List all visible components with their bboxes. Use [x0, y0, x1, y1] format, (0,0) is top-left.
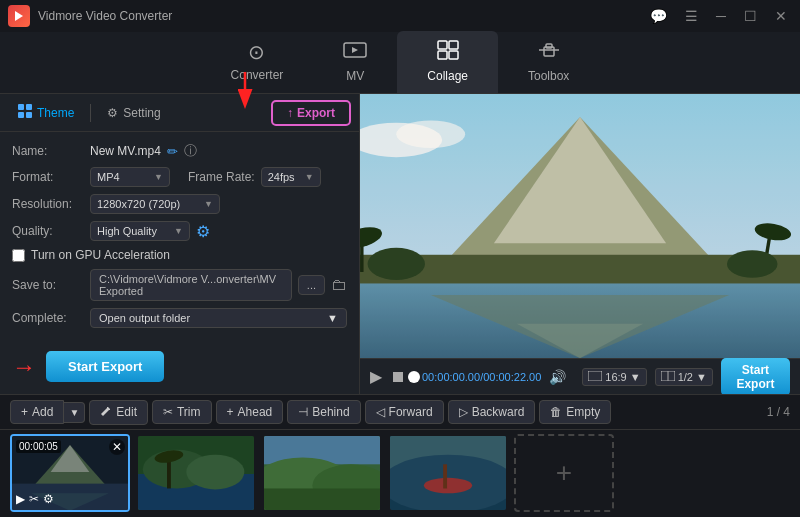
complete-select[interactable]: Open output folder ▼: [90, 308, 347, 328]
converter-icon: ⊙: [248, 40, 265, 64]
top-nav: ⊙ Converter MV Collage: [0, 32, 800, 94]
subnav-theme[interactable]: Theme: [8, 100, 84, 125]
save-folder-icon[interactable]: 🗀: [331, 276, 347, 294]
start-export-button[interactable]: Start Export: [46, 351, 164, 382]
thumbnail-4[interactable]: [388, 434, 508, 512]
player-controls: ▶ ⏹ 00:00:00.00/00:00:22.00 🔊: [360, 358, 800, 394]
name-value: New MV.mp4: [90, 144, 161, 158]
svg-rect-13: [26, 112, 32, 118]
tab-converter-label: Converter: [231, 68, 284, 82]
thumb-1-settings[interactable]: ⚙: [43, 492, 54, 506]
ratio-select[interactable]: 16:9 ▼: [582, 368, 646, 386]
resolution-label: Resolution:: [12, 197, 84, 211]
forward-button[interactable]: ◁ Forward: [365, 400, 444, 424]
complete-label: Complete:: [12, 311, 84, 325]
toolbox-icon: [538, 40, 560, 65]
save-label: Save to:: [12, 278, 84, 292]
export-button[interactable]: ↑ Export: [271, 100, 351, 126]
forward-label: Forward: [389, 405, 433, 419]
frame-rate-value: 24fps: [268, 171, 295, 183]
thumbnail-1[interactable]: 00:00:05 ✕ ▶ ✂ ⚙: [10, 434, 130, 512]
preview-area: [360, 94, 800, 358]
tab-toolbox[interactable]: Toolbox: [498, 31, 599, 93]
tab-collage[interactable]: Collage: [397, 31, 498, 93]
progress-thumb[interactable]: [408, 371, 420, 383]
right-panel: ▶ ⏹ 00:00:00.00/00:00:22.00 🔊: [360, 94, 800, 394]
svg-rect-30: [588, 371, 602, 381]
start-export-area: → Start Export: [0, 341, 359, 394]
tab-converter[interactable]: ⊙ Converter: [201, 31, 314, 93]
add-button[interactable]: + Add: [10, 400, 64, 424]
ratio-value: 16:9: [605, 371, 626, 383]
title-bar: Vidmore Video Converter 💬 ☰ ─ ☐ ✕: [0, 0, 800, 32]
empty-icon: 🗑: [550, 405, 562, 419]
framerate-arrow-icon: ▼: [305, 172, 314, 182]
backward-icon: ▷: [459, 405, 468, 419]
split-arrow: ▼: [696, 371, 707, 383]
volume-icon[interactable]: 🔊: [549, 369, 566, 385]
play-button[interactable]: ▶: [370, 367, 382, 386]
thumb-1-play[interactable]: ▶: [16, 492, 25, 506]
maximize-btn[interactable]: ☐: [739, 6, 762, 26]
format-value: MP4: [97, 171, 120, 183]
chat-icon[interactable]: 💬: [645, 6, 672, 26]
resolution-arrow-icon: ▼: [204, 199, 213, 209]
mv-icon: [343, 40, 367, 65]
thumb-1-cut[interactable]: ✂: [29, 492, 39, 506]
svg-rect-5: [438, 51, 447, 59]
thumbnail-strip: 00:00:05 ✕ ▶ ✂ ⚙: [0, 429, 800, 517]
add-thumbnail-button[interactable]: +: [514, 434, 614, 512]
window-controls: 💬 ☰ ─ ☐ ✕: [645, 6, 792, 26]
behind-button[interactable]: ⊣ Behind: [287, 400, 360, 424]
add-label: Add: [32, 405, 53, 419]
add-tool-group: + Add ▼: [10, 400, 85, 424]
quality-arrow-icon: ▼: [174, 226, 183, 236]
resolution-select[interactable]: 1280x720 (720p) ▼: [90, 194, 220, 214]
thumb-1-controls: ▶ ✂ ⚙: [16, 492, 54, 506]
tab-collage-label: Collage: [427, 69, 468, 83]
ratio-arrow: ▼: [630, 371, 641, 383]
svg-rect-12: [18, 112, 24, 118]
empty-button[interactable]: 🗑 Empty: [539, 400, 611, 424]
complete-row: Complete: Open output folder ▼: [12, 308, 347, 328]
edit-button[interactable]: Edit: [89, 400, 148, 425]
ahead-button[interactable]: + Ahead: [216, 400, 284, 424]
frame-rate-select[interactable]: 24fps ▼: [261, 167, 321, 187]
subnav-theme-label: Theme: [37, 106, 74, 120]
name-edit-icon[interactable]: ✏: [167, 144, 178, 159]
save-path-display: C:\Vidmore\Vidmore V...onverter\MV Expor…: [90, 269, 292, 301]
quality-gear-icon[interactable]: ⚙: [196, 222, 210, 241]
tab-mv-label: MV: [346, 69, 364, 83]
menu-icon[interactable]: ☰: [680, 6, 703, 26]
thumbnail-2[interactable]: [136, 434, 256, 512]
time-display: 00:00:00.00/00:00:22.00: [422, 371, 541, 383]
trim-button[interactable]: ✂ Trim: [152, 400, 212, 424]
tab-toolbox-label: Toolbox: [528, 69, 569, 83]
format-select[interactable]: MP4 ▼: [90, 167, 170, 187]
name-info-icon[interactable]: ⓘ: [184, 142, 197, 160]
stop-button[interactable]: ⏹: [390, 368, 406, 386]
backward-button[interactable]: ▷ Backward: [448, 400, 536, 424]
collage-icon: [437, 40, 459, 65]
setting-gear-icon: ⚙: [107, 106, 118, 120]
export-label: Export: [297, 106, 335, 120]
resolution-row: Resolution: 1280x720 (720p) ▼: [12, 194, 347, 214]
complete-value: Open output folder: [99, 312, 190, 324]
svg-rect-11: [26, 104, 32, 110]
split-icon: [661, 371, 675, 383]
split-select[interactable]: 1/2 ▼: [655, 368, 713, 386]
close-btn[interactable]: ✕: [770, 6, 792, 26]
settings-form: Name: New MV.mp4 ✏ ⓘ Format: MP4 ▼ Frame…: [0, 132, 359, 341]
subnav-setting[interactable]: ⚙ Setting: [97, 102, 170, 124]
save-browse-btn[interactable]: ...: [298, 275, 325, 295]
thumbnail-3[interactable]: [262, 434, 382, 512]
gpu-checkbox[interactable]: [12, 249, 25, 262]
quality-select[interactable]: High Quality ▼: [90, 221, 190, 241]
add-dropdown-btn[interactable]: ▼: [64, 402, 85, 423]
tab-mv[interactable]: MV: [313, 31, 397, 93]
minimize-btn[interactable]: ─: [711, 6, 731, 26]
start-export-right-button[interactable]: Start Export: [721, 358, 790, 396]
behind-label: Behind: [312, 405, 349, 419]
app-logo: [8, 5, 30, 27]
trim-label: Trim: [177, 405, 201, 419]
